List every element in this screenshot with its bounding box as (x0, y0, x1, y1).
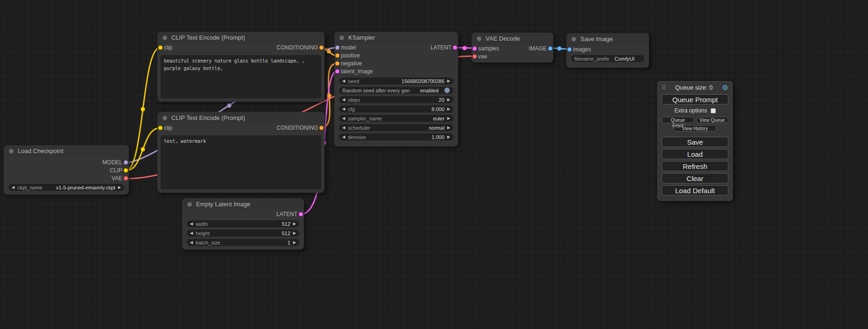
widget-name: height (196, 231, 210, 236)
input-slot-samples[interactable] (473, 46, 477, 50)
widget-ckpt-name[interactable]: ◀ ckpt_name v1-5-pruned-emaonly.ckpt ▶ (8, 184, 124, 191)
arrow-left-icon[interactable]: ◀ (190, 222, 193, 226)
queue-panel-header: ⠿ Queue size: 0 ⚙ (658, 82, 732, 92)
widget-seed[interactable]: ◀ seed 156680208700286 ▶ (339, 77, 453, 84)
output-label: IMAGE (529, 45, 547, 52)
widget-sampler-name[interactable]: ◀ sampler_name euler ▶ (339, 115, 453, 122)
node-header[interactable]: Empty Latent Image (182, 198, 304, 210)
collapse-dot-icon[interactable] (162, 115, 168, 121)
output-slot-image[interactable] (548, 46, 552, 50)
input-slot-model[interactable] (335, 45, 339, 49)
extra-options-checkbox[interactable] (711, 108, 716, 113)
widget-cfg[interactable]: ◀ cfg 8.000 ▶ (339, 105, 453, 112)
clear-button[interactable]: Clear (662, 173, 728, 183)
widget-denoise[interactable]: ◀ denoise 1.000 ▶ (339, 133, 453, 140)
output-slot-conditioning[interactable] (319, 126, 324, 130)
arrow-left-icon[interactable]: ◀ (342, 79, 345, 83)
widget-width[interactable]: ◀ width 512 ▶ (187, 220, 299, 227)
collapse-dot-icon[interactable] (162, 35, 168, 41)
arrow-left-icon[interactable]: ◀ (342, 107, 345, 111)
output-slot-vae[interactable] (124, 176, 128, 180)
arrow-right-icon[interactable]: ▶ (118, 186, 121, 189)
arrow-left-icon[interactable]: ◀ (12, 186, 14, 189)
output-slot-latent[interactable] (299, 212, 303, 217)
collapse-dot-icon[interactable] (8, 148, 14, 154)
widget-filename-prefix[interactable]: filename_prefix ComfyUI (571, 55, 644, 62)
arrow-right-icon[interactable]: ▶ (293, 231, 296, 235)
arrow-right-icon[interactable]: ▶ (293, 241, 296, 245)
widget-scheduler[interactable]: ◀ scheduler normal ▶ (339, 124, 453, 131)
arrow-left-icon[interactable]: ◀ (190, 241, 193, 245)
node-header[interactable]: VAE Decode (472, 33, 553, 44)
input-label: vae (478, 53, 487, 60)
widget-batch-size[interactable]: ◀ batch_size 1 ▶ (187, 239, 299, 246)
node-load-checkpoint[interactable]: Load Checkpoint MODEL CLIP VAE ◀ ckpt_na… (4, 145, 129, 195)
refresh-button[interactable]: Refresh (662, 161, 728, 171)
input-slot-clip[interactable] (158, 126, 162, 130)
drag-handle-icon[interactable]: ⠿ (662, 84, 666, 91)
arrow-right-icon[interactable]: ▶ (447, 135, 450, 139)
node-header[interactable]: CLIP Text Encode (Prompt) (157, 112, 325, 124)
input-label: images (573, 46, 591, 53)
output-label: MODEL (102, 159, 122, 166)
arrow-left-icon[interactable]: ◀ (342, 126, 345, 130)
node-clip-text-encode-negative[interactable]: CLIP Text Encode (Prompt) clip CONDITION… (157, 112, 325, 193)
collapse-dot-icon[interactable] (476, 36, 482, 42)
output-row-vae: VAE (4, 174, 129, 182)
node-ksampler[interactable]: KSampler model LATENT positive negative … (334, 32, 458, 147)
arrow-right-icon[interactable]: ▶ (447, 79, 450, 83)
node-save-image[interactable]: Save Image images filename_prefix ComfyU… (566, 33, 649, 68)
node-empty-latent-image[interactable]: Empty Latent Image LATENT ◀ width 512 ▶ … (182, 198, 304, 250)
arrow-right-icon[interactable]: ▶ (447, 117, 450, 120)
node-title: CLIP Text Encode (Prompt) (171, 34, 245, 41)
prompt-textarea[interactable]: beautiful scenery nature glass bottle la… (161, 55, 321, 98)
input-slot-clip[interactable] (158, 46, 162, 50)
collapse-dot-icon[interactable] (339, 35, 345, 41)
collapse-dot-icon[interactable] (187, 202, 192, 207)
prompt-textarea[interactable]: text, watermark (161, 135, 321, 189)
collapse-dot-icon[interactable] (571, 36, 577, 42)
arrow-right-icon[interactable]: ▶ (447, 107, 450, 111)
queue-panel[interactable]: ⠿ Queue size: 0 ⚙ Queue Prompt Extra opt… (657, 81, 733, 201)
arrow-right-icon[interactable]: ▶ (447, 126, 450, 130)
node-header[interactable]: KSampler (334, 32, 458, 43)
node-clip-text-encode-positive[interactable]: CLIP Text Encode (Prompt) clip CONDITION… (157, 32, 325, 102)
slot-row: LATENT (182, 210, 304, 218)
arrow-left-icon[interactable]: ◀ (342, 117, 345, 120)
node-header[interactable]: Load Checkpoint (4, 145, 129, 157)
queue-front-button[interactable]: Queue Front (662, 117, 694, 123)
save-button[interactable]: Save (662, 137, 728, 147)
output-slot-latent[interactable] (453, 45, 457, 49)
input-slot-negative[interactable] (335, 61, 339, 65)
arrow-left-icon[interactable]: ◀ (342, 98, 345, 102)
widget-steps[interactable]: ◀ steps 20 ▶ (339, 96, 453, 103)
input-slot-images[interactable] (567, 47, 572, 51)
queue-prompt-button[interactable]: Queue Prompt (662, 94, 728, 105)
arrow-left-icon[interactable]: ◀ (190, 231, 193, 235)
widget-random-seed-toggle[interactable]: Random seed after every gen enabled (339, 87, 453, 94)
load-default-button[interactable]: Load Default (662, 185, 728, 196)
input-slot-vae[interactable] (473, 54, 477, 58)
gear-icon[interactable]: ⚙ (722, 84, 728, 91)
view-queue-button[interactable]: View Queue (696, 117, 729, 123)
wire-dot (327, 94, 332, 98)
load-button[interactable]: Load (662, 149, 728, 159)
input-slot-latent-image[interactable] (335, 69, 339, 73)
widget-height[interactable]: ◀ height 512 ▶ (187, 230, 299, 237)
arrow-left-icon[interactable]: ◀ (342, 135, 345, 139)
node-canvas[interactable]: Load Checkpoint MODEL CLIP VAE ◀ ckpt_na… (0, 0, 868, 329)
output-slot-conditioning[interactable] (319, 46, 324, 50)
node-title: Empty Latent Image (196, 201, 250, 208)
toggle-knob-icon[interactable] (444, 87, 450, 93)
arrow-right-icon[interactable]: ▶ (447, 98, 450, 102)
extra-options-row: Extra options (658, 107, 732, 114)
widget-value: 512 (282, 231, 290, 236)
output-slot-clip[interactable] (124, 168, 128, 172)
arrow-right-icon[interactable]: ▶ (293, 222, 296, 226)
output-slot-model[interactable] (124, 160, 128, 164)
node-header[interactable]: Save Image (566, 33, 649, 45)
node-vae-decode[interactable]: VAE Decode samples IMAGE vae (472, 33, 553, 63)
node-header[interactable]: CLIP Text Encode (Prompt) (157, 32, 325, 43)
output-label: CLIP (110, 167, 122, 174)
input-slot-positive[interactable] (335, 53, 339, 57)
